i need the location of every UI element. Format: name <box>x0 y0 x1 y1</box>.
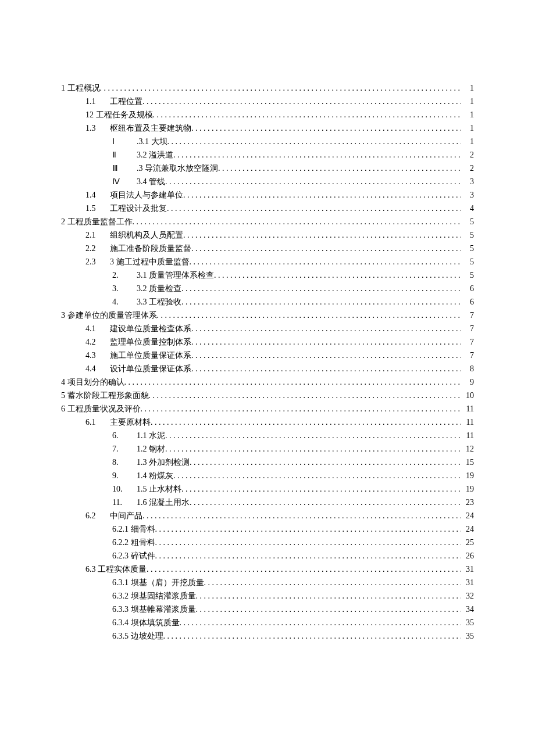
toc-leader-dots <box>173 148 461 162</box>
toc-entry-title: 1.2 钢材 <box>137 442 165 456</box>
toc-entry: 4.4设计单位质量保证体系8 <box>61 362 474 375</box>
toc-entry-number: Ⅳ <box>112 175 137 188</box>
toc-leader-dots <box>149 389 462 402</box>
toc-entry: 6.2中间产品24 <box>61 509 474 522</box>
toc-entry-title: 3.2 溢洪道 <box>137 148 173 162</box>
toc-entry: 1 工程概况1 <box>61 81 474 95</box>
toc-entry-number: 7. <box>112 442 137 456</box>
toc-leader-dots <box>191 322 461 335</box>
toc-entry-number: 1.5 <box>85 202 110 215</box>
toc-entry-page: 7 <box>461 309 474 322</box>
toc-leader-dots <box>196 603 462 616</box>
toc-entry-page: 5 <box>461 255 474 268</box>
toc-entry: 2 工程质量监督工作5 <box>61 215 474 228</box>
toc-leader-dots <box>155 522 462 536</box>
toc-entry-title: 3.3 工程验收 <box>137 295 181 309</box>
toc-entry-number: 6.2 <box>85 509 110 522</box>
toc-entry-title: 6.3.3 坝基帷幕灌浆质量 <box>112 603 196 616</box>
toc-entry: 1.1工程位置1 <box>61 95 474 108</box>
toc-entry: 2.33 施工过程中质量监督5 <box>61 255 474 268</box>
toc-entry-page: 6 <box>461 295 474 309</box>
toc-entry-title: 工程设计及批复 <box>110 202 167 215</box>
toc-entry-title: 中间产品 <box>110 509 142 522</box>
toc-entry: 6.1.1 水泥11 <box>61 429 474 442</box>
toc-leader-dots <box>165 175 461 188</box>
toc-entry-number: Ⅱ <box>112 148 137 162</box>
toc-leader-dots <box>191 349 461 362</box>
toc-entry-page: 6 <box>461 282 474 295</box>
toc-entry-page: 3 <box>461 188 474 202</box>
toc-entry-number: Ⅰ <box>112 135 137 148</box>
toc-entry-page: 23 <box>461 496 474 509</box>
toc-entry: 7.1.2 钢材12 <box>61 442 474 456</box>
toc-entry-page: 1 <box>461 135 474 148</box>
toc-entry-title: 3.1 质量管理体系检查 <box>137 268 214 282</box>
toc-entry-number: 4.3 <box>85 349 110 362</box>
toc-entry: 1.3枢纽布置及主要建筑物1 <box>61 121 474 135</box>
toc-entry-number: 4.2 <box>85 335 110 349</box>
toc-entry-number: 1.3 <box>85 121 110 135</box>
toc-entry-title: 1 工程概况 <box>61 81 100 95</box>
toc-entry-page: 31 <box>461 562 474 576</box>
toc-leader-dots <box>218 162 461 175</box>
toc-entry-page: 5 <box>461 242 474 255</box>
toc-entry-number: 6. <box>112 429 137 442</box>
toc-entry-title: 6.2.1 细骨料 <box>112 522 155 536</box>
toc-entry-title: 6.2.2 粗骨料 <box>112 536 155 549</box>
toc-entry-page: 35 <box>461 629 474 643</box>
toc-leader-dots <box>142 95 461 108</box>
toc-entry-number: 2.1 <box>85 228 110 242</box>
toc-entry-page: 4 <box>461 202 474 215</box>
toc-entry-number: 1.1 <box>85 95 110 108</box>
toc-entry-title: .3.1 大坝 <box>137 135 167 148</box>
page: 1 工程概况11.1工程位置112 工程任务及规模11.3枢纽布置及主要建筑物1… <box>0 0 535 756</box>
toc-entry-page: 24 <box>461 509 474 522</box>
toc-entry-title: 枢纽布置及主要建筑物 <box>110 121 191 135</box>
toc-entry: 6 工程质量状况及评价11 <box>61 402 474 415</box>
toc-leader-dots <box>191 362 461 375</box>
toc-leader-dots <box>181 482 461 496</box>
toc-entry-page: 11 <box>461 402 474 415</box>
toc-entry-page: 1 <box>461 108 474 121</box>
toc-entry-number: 11. <box>112 496 137 509</box>
toc-entry-number: 6.1 <box>85 415 110 429</box>
toc-entry: 5 蓄水阶段工程形象面貌10 <box>61 389 474 402</box>
toc-entry-title: 3.2 质量检查 <box>137 282 181 295</box>
toc-entry-page: 34 <box>461 603 474 616</box>
toc-leader-dots <box>181 295 461 309</box>
toc-entry-number: 8. <box>112 456 137 469</box>
toc-entry-title: 设计单位质量保证体系 <box>110 362 191 375</box>
toc-entry-page: 9 <box>461 375 474 389</box>
toc-leader-dots <box>196 589 462 603</box>
toc-entry: 10.1.5 止水材料19 <box>61 482 474 496</box>
toc-entry: 1.5工程设计及批复4 <box>61 202 474 215</box>
toc-entry-number: 9. <box>112 469 137 482</box>
toc-leader-dots <box>163 629 462 643</box>
toc-entry: 2.2施工准备阶段质量监督5 <box>61 242 474 255</box>
toc-leader-dots <box>151 415 461 429</box>
toc-entry: 6.3.4 坝体填筑质量35 <box>61 616 474 629</box>
toc-entry-page: 3 <box>461 175 474 188</box>
toc-leader-dots <box>190 456 461 469</box>
toc-entry: 6.2.3 碎试件26 <box>61 549 474 562</box>
toc-entry-title: 3 参建单位的质量管理体系 <box>61 309 157 322</box>
toc-entry-number: 1.4 <box>85 188 110 202</box>
toc-entry: 2.3.1 质量管理体系检查5 <box>61 268 474 282</box>
toc-entry-number: 2.3 <box>85 255 110 268</box>
toc-entry: Ⅱ3.2 溢洪道2 <box>61 148 474 162</box>
toc-leader-dots <box>141 402 462 415</box>
toc-entry-page: 12 <box>461 442 474 456</box>
toc-entry-number: 4. <box>112 295 137 309</box>
toc-entry-title: 项目法人与参建单位 <box>110 188 183 202</box>
toc-entry-title: 1.1 水泥 <box>137 429 165 442</box>
table-of-contents: 1 工程概况11.1工程位置112 工程任务及规模11.3枢纽布置及主要建筑物1… <box>61 81 474 643</box>
toc-leader-dots <box>173 469 461 482</box>
toc-entry-title: 2 工程质量监督工作 <box>61 215 133 228</box>
toc-entry-title: 3 施工过程中质量监督 <box>110 255 190 268</box>
toc-entry: 3.3.2 质量检查6 <box>61 282 474 295</box>
toc-entry: 6.2.1 细骨料24 <box>61 522 474 536</box>
toc-entry-title: 4 项目划分的确认 <box>61 375 124 389</box>
toc-entry: 4.3.3 工程验收6 <box>61 295 474 309</box>
toc-leader-dots <box>124 375 462 389</box>
toc-entry-number: 4.1 <box>85 322 110 335</box>
